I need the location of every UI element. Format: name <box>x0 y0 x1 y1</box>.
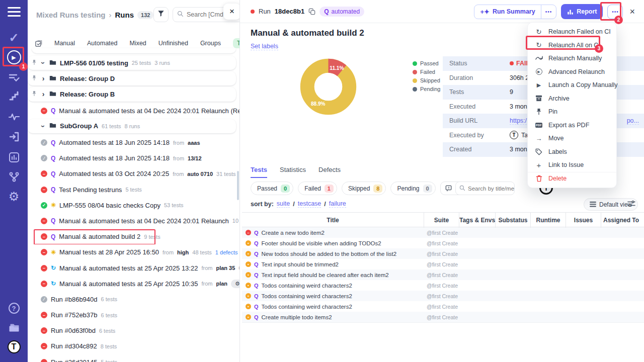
run-list-item[interactable]: › Automated tests at 18 Jun 2025 14:18 f… <box>28 150 240 166</box>
steps-icon[interactable] <box>0 89 28 103</box>
tab-manual[interactable]: Manual <box>54 40 75 47</box>
logo-avatar[interactable]: T <box>0 340 28 354</box>
column-settings-icon[interactable] <box>627 200 635 209</box>
filter-button[interactable] <box>153 7 169 22</box>
col-tags-envs[interactable]: Tags & Envs <box>459 213 496 228</box>
test-row[interactable]: Q Text input should be trimmed2 @first C… <box>242 259 644 269</box>
run-list-item[interactable]: › LMP-556 01/05 testing 25 tests 3 runs <box>28 56 236 70</box>
run-list-item[interactable]: › Release: Group B <box>28 87 236 101</box>
filter-skipped[interactable]: Skipped8 <box>342 182 386 195</box>
test-title[interactable]: Todos containing weird characters2 <box>262 304 352 310</box>
run-list-item[interactable]: › LMP-555 08/04 basic checks Copy 53 tes… <box>28 198 240 213</box>
tab-groups[interactable]: Groups <box>200 40 221 47</box>
tab-statistics[interactable]: Statistics <box>280 166 306 178</box>
run-list-item[interactable]: › SubGroup A 61 tests 8 runs <box>28 119 236 133</box>
menu-item-relaunch-failed[interactable]: ↻ Relaunch Failed on CI <box>528 25 616 39</box>
filter-passed[interactable]: Passed0 <box>251 182 293 195</box>
test-row[interactable]: Q Create a new todo item2 @first Create … <box>242 227 644 238</box>
test-title[interactable]: Create multiple todo items2 <box>262 314 332 320</box>
folders-icon[interactable] <box>0 321 28 335</box>
scrollbar-thumb[interactable] <box>237 171 239 200</box>
test-title[interactable]: Text input should be trimmed2 <box>262 261 339 267</box>
test-row[interactable]: Q Todos containing weird characters2 @fi… <box>242 301 644 312</box>
sort-testcase-link[interactable]: testcase <box>298 200 321 208</box>
test-row[interactable]: Q Text input field should be cleared aft… <box>242 269 644 280</box>
menu-item-relaunch-all[interactable]: ↻ Relaunch All on CI <box>528 39 616 52</box>
sign-in-icon[interactable] <box>0 130 28 144</box>
runs-panel-close-button[interactable]: × <box>223 4 240 20</box>
copy-icon[interactable] <box>308 8 315 15</box>
chevron-icon[interactable]: › <box>39 124 47 129</box>
filter-failed[interactable]: Failed1 <box>298 182 337 195</box>
menu-item-pin[interactable]: Pin <box>528 105 616 119</box>
col-suite[interactable]: Suite <box>424 213 459 228</box>
run-list-item[interactable]: › Automated tests at 03 Oct 2024 20:25 f… <box>28 166 240 182</box>
tab-unfinished[interactable]: Unfinished <box>158 40 188 47</box>
menu-icon[interactable] <box>0 5 28 18</box>
list-check-icon[interactable] <box>0 71 28 84</box>
run-summary-more-button[interactable]: ••• <box>541 5 556 19</box>
test-row[interactable]: Q New todos should be added to the botto… <box>242 248 644 259</box>
tests-search-input[interactable] <box>468 186 515 192</box>
col-assigned-to[interactable]: Assigned To <box>601 213 644 228</box>
test-title[interactable]: Text input field should be cleared after… <box>262 272 389 278</box>
run-detail-close-icon[interactable]: × <box>629 7 635 17</box>
test-title[interactable]: Create a new todo item2 <box>262 230 325 236</box>
test-row[interactable]: Q Todos containing weird characters2 @fi… <box>242 291 644 301</box>
tab-defects[interactable]: Defects <box>318 166 341 178</box>
tab-today-pill[interactable]: To <box>233 38 240 48</box>
play-circle-icon[interactable]: ▶ <box>0 50 28 65</box>
run-list-item[interactable]: › Release: Group D <box>28 71 236 85</box>
defects-link[interactable]: 1 defects <box>215 249 238 255</box>
pulse-icon[interactable] <box>0 110 28 123</box>
test-title[interactable]: Todos containing weird characters2 <box>262 293 352 299</box>
menu-item-archive[interactable]: Archive <box>528 92 616 106</box>
col-issues[interactable]: Issues <box>566 213 601 228</box>
menu-item-launch-copy[interactable]: ▶ Launch a Copy Manually <box>528 78 616 92</box>
chevron-icon[interactable]: › <box>39 60 47 65</box>
branch-icon[interactable] <box>0 170 28 184</box>
set-labels-link[interactable]: Set labels <box>251 43 278 50</box>
run-list-item[interactable]: › Test Pending testruns 5 tests <box>28 182 240 198</box>
gear-icon[interactable]: ⚙ <box>0 189 28 204</box>
report-button[interactable]: Report <box>561 4 603 19</box>
col-title[interactable]: Title <box>242 213 424 228</box>
test-title[interactable]: New todos should be added to the bottom … <box>262 251 397 257</box>
menu-item-export-pdf[interactable]: PDF Export as PDF <box>528 119 616 132</box>
build-url-link-end[interactable]: po... <box>627 117 639 125</box>
test-row[interactable]: Q Todos containing weird characters2 @fi… <box>242 280 644 291</box>
bar-chart-icon[interactable] <box>0 150 28 164</box>
test-title[interactable]: Todos containing weird characters2 <box>262 283 352 289</box>
breadcrumb-project[interactable]: Mixed Runs testing <box>36 11 106 19</box>
select-all-icon[interactable] <box>35 40 42 47</box>
help-icon[interactable]: ? <box>0 302 28 315</box>
chevron-icon[interactable]: › <box>41 74 46 82</box>
menu-item-labels[interactable]: Labels <box>528 145 616 159</box>
run-list-item[interactable]: › Run #26d30145 5 tests <box>28 354 240 362</box>
breadcrumb-section[interactable]: Runs <box>115 11 134 19</box>
tab-mixed[interactable]: Mixed <box>129 40 146 47</box>
menu-item-move[interactable]: → Move <box>528 132 616 145</box>
run-list-item[interactable]: › Manual & automated tests at 25 Apr 202… <box>28 260 240 276</box>
tests-search[interactable] <box>455 182 515 195</box>
run-list-item[interactable]: › Run #0d63f0bd 6 tests <box>28 323 240 338</box>
menu-item-link-to-issue[interactable]: + Link to Issue <box>528 158 616 172</box>
run-list-item[interactable]: › Manual & automated tests at 04 Dec 202… <box>28 213 240 229</box>
run-list-item[interactable]: › Manual tests at 28 Apr 2025 16:50 from… <box>28 244 240 260</box>
check-icon[interactable]: ✓ <box>0 31 28 44</box>
tab-automated[interactable]: Automated <box>87 40 117 47</box>
run-list-item[interactable]: › Manual & automated build 2 9 tests <box>28 229 240 244</box>
menu-item-delete[interactable]: Delete <box>528 172 616 186</box>
chevron-icon[interactable]: › <box>41 90 46 98</box>
menu-item-relaunch-manually[interactable]: Relaunch Manually <box>528 52 616 65</box>
run-list-item[interactable]: › Automated tests at 18 Jun 2025 14:18 f… <box>28 135 240 150</box>
build-url-link[interactable]: https:/ <box>510 117 527 125</box>
run-list-item[interactable]: › Run #b86b940d 6 tests <box>28 292 240 307</box>
sort-suite-link[interactable]: suite <box>277 200 290 208</box>
test-title[interactable]: Footer should be visible when adding TOD… <box>262 240 381 246</box>
sort-failure-link[interactable]: failure <box>329 200 346 208</box>
run-list-item[interactable]: › Run #752eb37b 6 tests <box>28 307 240 323</box>
run-list-item[interactable]: › Manual & automated tests at 04 Dec 202… <box>28 103 240 119</box>
col-runtime[interactable]: Runtime <box>531 213 566 228</box>
test-row[interactable]: Q Create multiple todo items2 @first Cre… <box>242 312 644 322</box>
